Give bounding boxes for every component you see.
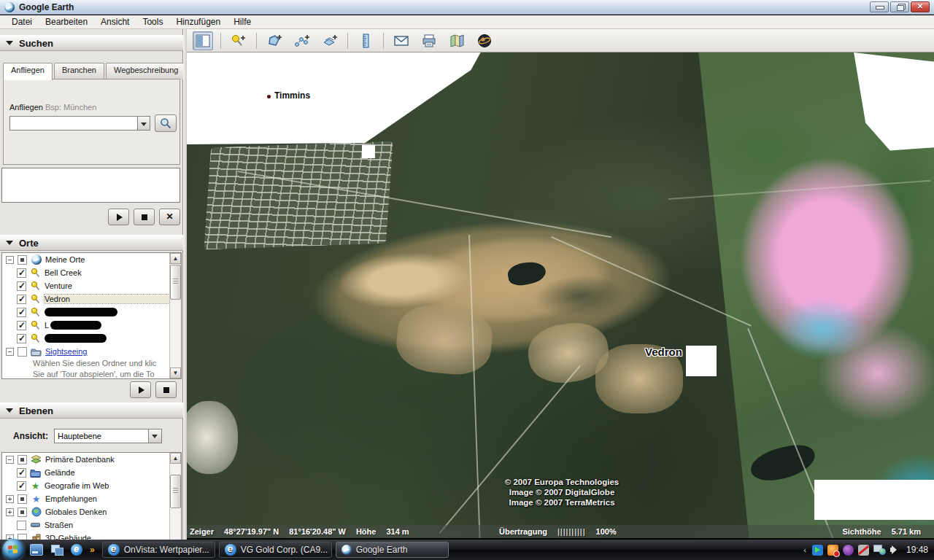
minimize-button[interactable] [870, 1, 889, 12]
quick-launch-overflow-chevron[interactable]: » [90, 545, 95, 555]
tree-item-bell-creek[interactable]: Bell Creek [2, 266, 181, 279]
internet-explorer-icon[interactable] [71, 544, 82, 556]
expander-icon[interactable] [6, 495, 14, 503]
tree-item-meine-orte[interactable]: Meine Orte [2, 253, 181, 266]
checkbox[interactable] [17, 481, 26, 491]
view-in-google-maps-button[interactable] [447, 31, 467, 50]
expander-icon[interactable] [6, 508, 14, 516]
messenger-tray-icon[interactable] [843, 545, 854, 556]
stop-button[interactable] [155, 381, 177, 398]
restore-button[interactable] [890, 1, 909, 12]
tree-item-geografie-im-web[interactable]: ★ Geografie im Web [2, 479, 181, 492]
scroll-thumb[interactable] [170, 265, 181, 300]
ruler-button[interactable] [355, 31, 376, 50]
tree-item-empfehlungen[interactable]: ★ Empfehlungen [2, 492, 181, 505]
add-image-overlay-button[interactable] [320, 31, 340, 50]
expander-icon[interactable] [6, 348, 14, 356]
checkbox[interactable] [18, 494, 27, 504]
taskbar-button-vg-gold[interactable]: VG Gold Corp. (CA9... [219, 542, 332, 558]
play-tour-button[interactable] [130, 381, 151, 398]
redacted-label [45, 334, 107, 343]
menu-tools[interactable]: Tools [136, 15, 169, 28]
search-history-dropdown-button[interactable] [137, 116, 150, 131]
placemark-label-vedron[interactable]: Vedron [645, 346, 682, 358]
antivirus-tray-icon[interactable] [827, 545, 838, 556]
tree-item-venture[interactable]: Venture [2, 279, 181, 292]
search-results-area[interactable] [1, 168, 180, 203]
tab-anfliegen[interactable]: Anfliegen [3, 63, 53, 80]
chevron-down-icon[interactable] [148, 429, 161, 443]
layers-panel-header[interactable]: Ebenen [0, 402, 183, 419]
disabled-device-tray-icon[interactable] [858, 545, 869, 556]
media-player-tray-icon[interactable] [812, 545, 823, 556]
checkbox[interactable] [17, 321, 26, 330]
expander-icon[interactable] [6, 456, 14, 464]
volume-tray-icon[interactable] [890, 545, 899, 555]
email-button[interactable] [391, 31, 412, 50]
search-input[interactable] [9, 116, 137, 131]
tree-item-gelaende[interactable]: Gelände [2, 466, 181, 479]
tree-item-strassen[interactable]: Straßen [2, 518, 181, 532]
checkbox[interactable] [18, 508, 27, 517]
clock[interactable]: 19:48 [906, 545, 928, 555]
stop-button[interactable] [134, 209, 155, 225]
network-tray-icon[interactable] [873, 545, 886, 555]
scroll-up-arrow[interactable]: ▲ [170, 253, 181, 264]
close-button[interactable] [911, 1, 930, 12]
tree-item-redacted-2[interactable]: L [2, 319, 181, 332]
checkbox[interactable] [17, 334, 26, 343]
menu-hilfe[interactable]: Hilfe [228, 15, 257, 28]
tree-item-sightseeing[interactable]: Sightseeing [2, 345, 181, 358]
google-earth-window: Google Earth Datei Bearbeiten Ansicht To… [0, 0, 934, 560]
show-desktop-icon[interactable] [30, 544, 43, 556]
places-scrollbar[interactable]: ▲ ▼ [169, 253, 181, 378]
city-label-timmins[interactable]: Timmins [274, 90, 310, 101]
add-polygon-button[interactable] [264, 31, 285, 50]
scroll-up-arrow[interactable]: ▲ [170, 453, 181, 464]
checkbox[interactable] [17, 468, 26, 478]
tab-wegbeschreibung[interactable]: Wegbeschreibung [106, 63, 186, 79]
checkbox[interactable] [17, 281, 26, 291]
checkbox[interactable] [18, 455, 27, 464]
add-placemark-button[interactable] [228, 31, 249, 50]
taskbar-button-label: OnVista: Wertpapier... [124, 545, 209, 555]
add-path-button[interactable] [292, 31, 312, 50]
tree-item-primaere-datenbank[interactable]: Primäre Datenbank [2, 453, 181, 466]
view-select[interactable]: Hauptebene [54, 429, 162, 443]
tree-item-globales-denken[interactable]: Globales Denken [2, 505, 181, 518]
sidebar-toggle-button[interactable] [193, 31, 213, 50]
tree-item-redacted-3[interactable] [2, 332, 181, 345]
scroll-down-arrow[interactable]: ▼ [170, 368, 181, 378]
clear-results-button[interactable] [159, 209, 180, 225]
map-viewport[interactable]: Timmins Vedron © 2007 Europa Technologie… [187, 52, 934, 538]
play-tour-button[interactable] [108, 209, 129, 225]
tree-item-vedron[interactable]: Vedron [2, 292, 181, 306]
tree-item-redacted-1[interactable] [2, 306, 181, 319]
taskbar-button-label: VG Gold Corp. (CA9... [241, 545, 328, 555]
checkbox[interactable] [17, 308, 26, 317]
sky-button[interactable] [474, 31, 495, 50]
tray-collapse-chevron[interactable]: ‹ [803, 545, 806, 554]
window-switcher-icon[interactable] [50, 544, 63, 556]
search-button[interactable] [155, 114, 177, 132]
start-button[interactable] [2, 539, 24, 560]
checkbox[interactable] [18, 255, 27, 265]
scroll-thumb[interactable] [170, 475, 181, 508]
google-earth-folder-icon [31, 254, 42, 265]
checkbox[interactable] [17, 521, 26, 530]
menu-datei[interactable]: Datei [6, 15, 38, 28]
menu-bearbeiten[interactable]: Bearbeiten [39, 15, 93, 28]
expander-icon[interactable] [6, 256, 14, 264]
search-panel-header[interactable]: Suchen [0, 35, 183, 51]
taskbar-button-onvista[interactable]: OnVista: Wertpapier... [102, 542, 215, 558]
menu-hinzufuegen[interactable]: Hinzufügen [170, 15, 226, 28]
checkbox[interactable] [17, 295, 26, 304]
places-panel-header[interactable]: Orte [0, 235, 183, 251]
checkbox[interactable] [18, 347, 27, 357]
menu-ansicht[interactable]: Ansicht [95, 15, 135, 28]
taskbar-button-google-earth[interactable]: Google Earth [336, 542, 449, 558]
print-button[interactable] [419, 31, 439, 50]
tab-branchen[interactable]: Branchen [54, 63, 104, 79]
tree-item-label[interactable]: Sightseeing [45, 347, 88, 356]
checkbox[interactable] [17, 268, 26, 278]
